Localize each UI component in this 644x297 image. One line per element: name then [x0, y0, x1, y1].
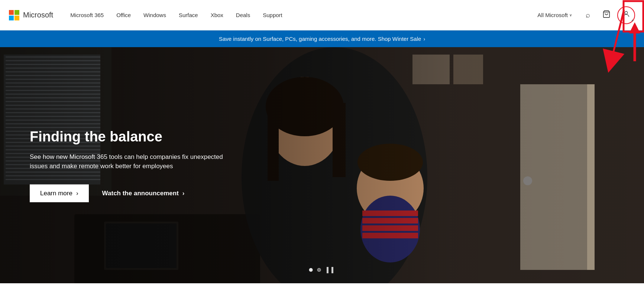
search-button[interactable]: ⌕: [580, 7, 596, 23]
nav-link-microsoft365[interactable]: Microsoft 365: [65, 9, 109, 21]
promo-chevron-icon: ›: [423, 36, 425, 42]
nav-link-office[interactable]: Office: [111, 9, 136, 21]
hero-actions: Learn more › Watch the announcement ›: [30, 184, 223, 202]
hero-title: Finding the balance: [30, 128, 223, 146]
pause-icon-right: ▌: [331, 267, 335, 273]
learn-more-button[interactable]: Learn more ›: [30, 184, 89, 202]
learn-more-chevron-icon: ›: [76, 189, 78, 197]
watch-label: Watch the announcement: [102, 189, 179, 197]
all-microsoft-button[interactable]: All Microsoft ∨: [532, 9, 577, 21]
watch-announcement-button[interactable]: Watch the announcement ›: [102, 189, 185, 197]
profile-icon: [622, 10, 630, 20]
learn-more-label: Learn more: [40, 189, 72, 197]
cart-button[interactable]: [599, 7, 614, 23]
profile-add-icon: +: [631, 19, 634, 23]
pause-button[interactable]: ▌ ▌: [327, 267, 335, 273]
hero-subtitle: See how new Microsoft 365 tools can help…: [30, 152, 223, 171]
promo-banner[interactable]: Save instantly on Surface, PCs, gaming a…: [0, 30, 644, 47]
watch-chevron-icon: ›: [182, 189, 185, 197]
microsoft-logo-icon: [9, 10, 19, 20]
nav-link-xbox[interactable]: Xbox: [206, 9, 229, 21]
chevron-down-icon: ∨: [569, 13, 572, 17]
nav-link-support[interactable]: Support: [258, 9, 288, 21]
nav-links: Microsoft 365 Office Windows Surface Xbo…: [65, 9, 532, 21]
search-icon: ⌕: [586, 11, 590, 19]
svg-point-1: [625, 12, 627, 14]
hero-section: Finding the balance See how new Microsof…: [0, 47, 644, 283]
pause-icon-left: ▌: [327, 267, 330, 273]
all-microsoft-label: All Microsoft: [537, 12, 568, 18]
promo-text: Save instantly on Surface, PCs, gaming a…: [219, 36, 421, 42]
slide-indicators: ▌ ▌: [309, 267, 335, 273]
nav-link-windows[interactable]: Windows: [138, 9, 171, 21]
cart-icon: [602, 10, 611, 20]
profile-button[interactable]: +: [617, 6, 635, 24]
slide-dot-1[interactable]: [309, 268, 313, 272]
hero-content: Finding the balance See how new Microsof…: [30, 128, 223, 202]
nav-link-deals[interactable]: Deals: [231, 9, 255, 21]
slide-dot-2[interactable]: [317, 268, 321, 272]
logo-area[interactable]: Microsoft: [9, 10, 53, 20]
navbar: Microsoft Microsoft 365 Office Windows S…: [0, 0, 644, 30]
nav-link-surface[interactable]: Surface: [174, 9, 203, 21]
logo-text: Microsoft: [23, 11, 53, 19]
nav-right: All Microsoft ∨ ⌕: [532, 6, 635, 24]
